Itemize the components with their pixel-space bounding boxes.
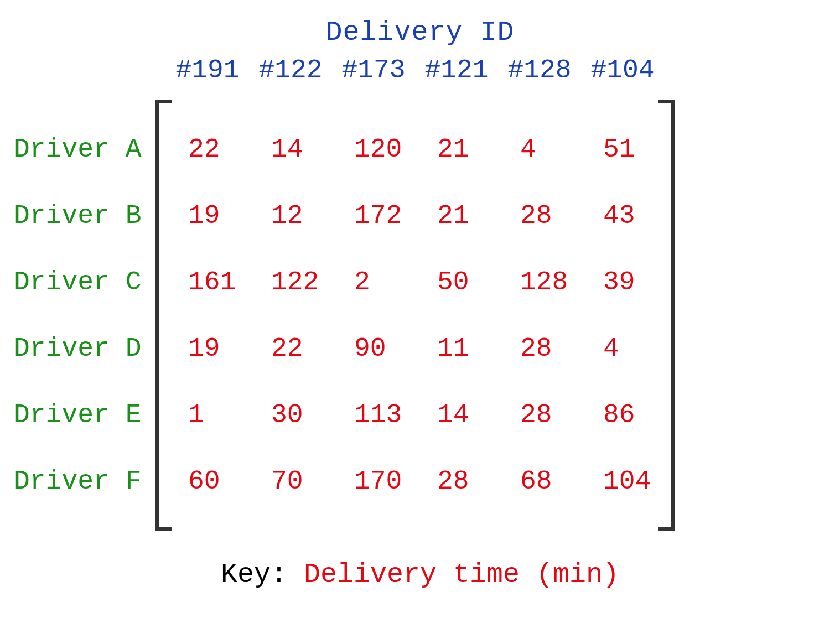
matrix-cell: 39	[581, 267, 664, 297]
legend-key-label: Key:	[221, 559, 304, 590]
column-axis-title: Delivery ID	[0, 17, 840, 48]
matrix-cell: 4	[581, 334, 664, 363]
row-label: Driver A	[14, 116, 155, 183]
matrix-cell: 60	[166, 466, 249, 496]
row-label: Driver F	[14, 448, 155, 515]
matrix-cell: 19	[166, 334, 249, 363]
matrix-cell: 28	[498, 201, 581, 231]
table-row: 1 30 113 14 28 86	[166, 382, 664, 448]
matrix-cell: 22	[249, 334, 332, 363]
matrix-cell: 68	[498, 466, 581, 496]
matrix-cell: 30	[249, 400, 332, 430]
matrix-cell: 113	[332, 400, 415, 430]
matrix-body: 22 14 120 21 4 51 19 12 172 21 28 43 161…	[166, 116, 664, 515]
column-header: #121	[415, 55, 498, 85]
matrix-cell: 28	[498, 334, 581, 363]
table-row: 19 12 172 21 28 43	[166, 183, 664, 249]
matrix-cell: 120	[332, 134, 415, 164]
matrix-cell: 43	[581, 201, 664, 231]
matrix-cell: 2	[332, 267, 415, 297]
matrix-cell: 22	[166, 134, 249, 164]
matrix-cell: 21	[415, 134, 498, 164]
matrix-cell: 11	[415, 334, 498, 363]
table-row: 19 22 90 11 28 4	[166, 315, 664, 382]
table-row: 161 122 2 50 128 39	[166, 249, 664, 315]
matrix-figure: Delivery ID #191 #122 #173 #121 #128 #10…	[0, 0, 840, 644]
matrix-cell: 128	[498, 267, 581, 297]
matrix-cell: 28	[415, 466, 498, 496]
column-header: #173	[332, 55, 415, 85]
row-label: Driver C	[14, 249, 155, 315]
column-header: #104	[581, 55, 664, 85]
matrix-cell: 70	[249, 466, 332, 496]
column-header: #191	[166, 55, 249, 85]
matrix-cell: 90	[332, 334, 415, 363]
matrix-cell: 14	[249, 134, 332, 164]
matrix-cell: 50	[415, 267, 498, 297]
legend: Key: Delivery time (min)	[0, 559, 840, 590]
row-label: Driver D	[14, 315, 155, 382]
matrix-cell: 51	[581, 134, 664, 164]
matrix-cell: 172	[332, 201, 415, 231]
table-row: 22 14 120 21 4 51	[166, 116, 664, 183]
matrix-cell: 14	[415, 400, 498, 430]
matrix: 22 14 120 21 4 51 19 12 172 21 28 43 161…	[166, 100, 664, 531]
matrix-cell: 161	[166, 267, 249, 297]
matrix-cell: 1	[166, 400, 249, 430]
matrix-cell: 122	[249, 267, 332, 297]
row-label: Driver B	[14, 183, 155, 249]
row-label: Driver E	[14, 382, 155, 448]
matrix-cell: 4	[498, 134, 581, 164]
matrix-cell: 86	[581, 400, 664, 430]
column-header: #128	[498, 55, 581, 85]
table-row: 60 70 170 28 68 104	[166, 448, 664, 515]
matrix-cell: 170	[332, 466, 415, 496]
matrix-cell: 21	[415, 201, 498, 231]
matrix-cell: 104	[581, 466, 664, 496]
matrix-cell: 28	[498, 400, 581, 430]
legend-value-label: Delivery time (min)	[304, 559, 619, 590]
matrix-cell: 12	[249, 201, 332, 231]
column-headers: #191 #122 #173 #121 #128 #104	[166, 55, 664, 85]
column-header: #122	[249, 55, 332, 85]
row-labels: Driver A Driver B Driver C Driver D Driv…	[14, 116, 155, 515]
matrix-cell: 19	[166, 201, 249, 231]
